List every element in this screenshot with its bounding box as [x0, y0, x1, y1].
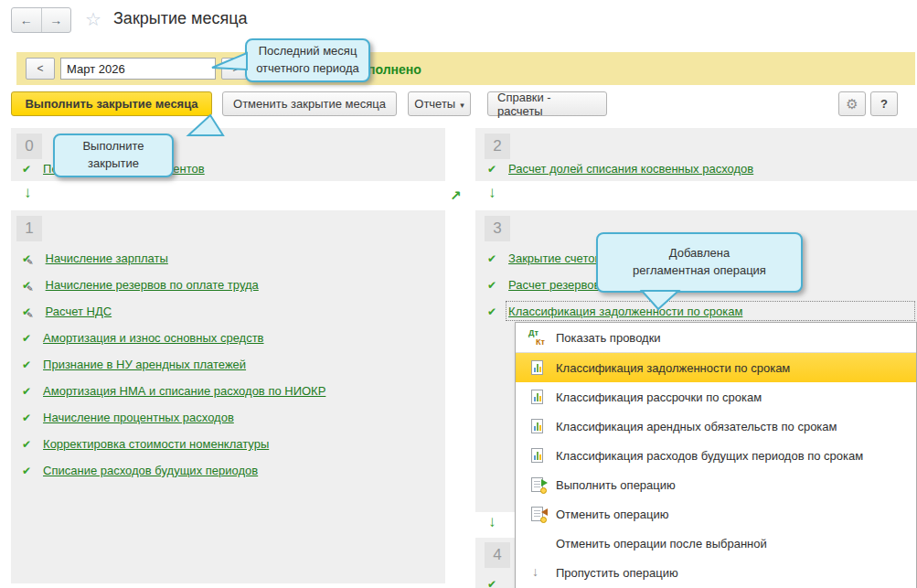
- operation-link[interactable]: Расчет долей списания косвенных расходов: [508, 162, 753, 176]
- tooltip-added-operation: Добавлена регламентная операция: [596, 232, 803, 293]
- reports-dropdown-button[interactable]: Отчеты ▾: [408, 91, 471, 116]
- operation-row: ✔ Корректировка стоимости номенклатуры: [22, 434, 269, 454]
- report-icon: [528, 359, 547, 376]
- dt-kt-postings-icon: ДтКт: [528, 329, 547, 346]
- operation-link[interactable]: Амортизация НМА и списание расходов по Н…: [43, 384, 325, 398]
- help-icon: ?: [880, 97, 888, 111]
- menu-item-skip-operation[interactable]: ↓ Пропустить операцию: [516, 558, 916, 587]
- menu-item-perform-operation[interactable]: Выполнить операцию: [516, 470, 916, 499]
- back-button[interactable]: ←: [12, 8, 42, 32]
- skip-operation-icon: ↓: [528, 564, 547, 581]
- check-done-icon: ✔: [22, 439, 31, 450]
- back-arrow-icon: ←: [20, 13, 33, 27]
- operation-link[interactable]: Списание расходов будущих периодов: [43, 464, 258, 477]
- tooltip-perform-closing: Выполните закрытие: [53, 134, 174, 177]
- page-title: Закрытие месяца: [113, 9, 247, 28]
- operation-row: ✔✎ Начисление зарплаты: [22, 249, 168, 268]
- previous-month-button[interactable]: <: [26, 58, 55, 80]
- operation-link[interactable]: Начисление зарплаты: [46, 251, 168, 265]
- report-icon: [528, 447, 547, 464]
- report-icon: [528, 418, 547, 434]
- flow-down-arrow-icon: ↓: [488, 185, 496, 200]
- tooltip-perform-tail: [183, 113, 225, 137]
- reports-label: Отчеты: [414, 97, 455, 111]
- forward-button[interactable]: →: [42, 8, 71, 32]
- operation-row: ✔ Расчет долей списания косвенных расход…: [487, 159, 753, 178]
- menu-item-report-deferred-expenses-classification[interactable]: Классификация расходов будущих периодов …: [516, 441, 916, 470]
- check-done-icon: ✔: [487, 579, 496, 588]
- section-1-badge: 1: [16, 216, 42, 241]
- operation-link[interactable]: Классификация задолженности по срокам: [508, 305, 742, 318]
- previous-month-icon: <: [37, 62, 43, 75]
- check-done-icon: ✔: [487, 280, 496, 291]
- check-done-icon: ✔: [22, 465, 31, 476]
- perform-operation-icon: [528, 476, 547, 493]
- operation-link[interactable]: Признание в НУ арендных платежей: [43, 358, 246, 371]
- tooltip-period: Последний месяц отчетного периода: [245, 38, 370, 82]
- forward-arrow-icon: →: [49, 13, 62, 27]
- help-button[interactable]: ?: [870, 91, 898, 116]
- cancel-closing-button[interactable]: Отменить закрытие месяца: [222, 91, 397, 116]
- month-closing-window: ← → ☆ Закрытие месяца < ... > Выполнено …: [0, 0, 917, 588]
- operation-link[interactable]: Амортизация и износ основных средств: [43, 331, 263, 345]
- section-3-badge: 3: [485, 216, 510, 241]
- menu-item-cancel-operations-after-selected[interactable]: Отменить операции после выбранной: [516, 529, 916, 558]
- no-icon: [528, 535, 547, 551]
- settings-button[interactable]: ⚙: [838, 91, 866, 116]
- pencil-edited-icon: ✎: [27, 311, 34, 320]
- check-done-icon: ✔: [22, 412, 31, 423]
- gear-icon: ⚙: [846, 96, 858, 112]
- menu-item-report-lease-classification[interactable]: Классификация арендных обязательств по с…: [516, 412, 916, 441]
- flow-down-arrow-icon: ↓: [24, 185, 32, 200]
- operation-link[interactable]: Расчет НДС: [46, 305, 112, 318]
- operation-row: ✔ Признание в НУ арендных платежей: [22, 355, 246, 374]
- report-icon: [528, 389, 547, 405]
- tooltip-added-tail: [638, 289, 682, 313]
- check-done-icon: ✔: [487, 253, 496, 264]
- perform-closing-button[interactable]: Выполнить закрытие месяца: [11, 91, 212, 116]
- section-2-badge: 2: [485, 134, 510, 159]
- check-done-icon: ✔: [487, 306, 496, 317]
- operation-row: ✔✎ Расчет НДС: [22, 302, 112, 321]
- operation-link[interactable]: Корректировка стоимости номенклатуры: [43, 437, 269, 451]
- menu-item-report-installment-classification[interactable]: Классификация рассрочки по срокам: [516, 382, 916, 412]
- flow-down-arrow-icon: ↓: [488, 514, 496, 529]
- operation-row: ✔ Списание расходов будущих периодов: [22, 461, 258, 480]
- check-done-icon: ✔: [22, 164, 31, 175]
- period-input[interactable]: [61, 59, 233, 79]
- certificates-calculations-button[interactable]: Справки - расчеты: [487, 91, 607, 116]
- operation-row: ✔ Начисление процентных расходов: [22, 408, 234, 427]
- pencil-edited-icon: ✎: [27, 284, 34, 294]
- pencil-edited-icon: ✎: [27, 258, 34, 267]
- check-done-icon: ✔: [22, 386, 31, 397]
- check-done-icon: ✔: [22, 333, 31, 344]
- check-done-icon: ✔: [22, 359, 31, 370]
- operation-row: ✔: [487, 574, 496, 588]
- section-0-badge: 0: [16, 134, 42, 159]
- menu-item-report-debt-classification[interactable]: Классификация задолженности по срокам: [516, 353, 916, 382]
- operation-row: ✔ Классификация задолженности по срокам: [487, 302, 742, 321]
- operation-row: ✔ Амортизация и износ основных средств: [22, 328, 264, 347]
- history-nav-group: ← →: [11, 7, 71, 33]
- operation-row: ✔ Амортизация НМА и списание расходов по…: [22, 381, 325, 401]
- operation-link[interactable]: Начисление резервов по оплате труда: [46, 278, 259, 292]
- operation-row: ✔✎ Начисление резервов по оплате труда: [22, 275, 259, 294]
- section-4-badge: 4: [485, 542, 510, 568]
- chevron-down-icon: ▾: [460, 99, 464, 110]
- check-done-icon: ✔: [487, 164, 496, 175]
- operation-link[interactable]: Начисление процентных расходов: [43, 411, 234, 424]
- flow-diagonal-arrow-icon: ↗: [450, 187, 462, 203]
- period-field: ...: [60, 58, 216, 80]
- tooltip-period-tail: [210, 49, 249, 73]
- menu-item-cancel-operation[interactable]: Отменить операцию: [516, 499, 916, 529]
- operation-context-menu: ДтКт Показать проводки Классификация зад…: [515, 322, 917, 588]
- favorite-star-icon[interactable]: ☆: [85, 10, 101, 28]
- menu-item-show-postings[interactable]: ДтКт Показать проводки: [516, 323, 916, 353]
- cancel-operation-icon: [528, 506, 547, 522]
